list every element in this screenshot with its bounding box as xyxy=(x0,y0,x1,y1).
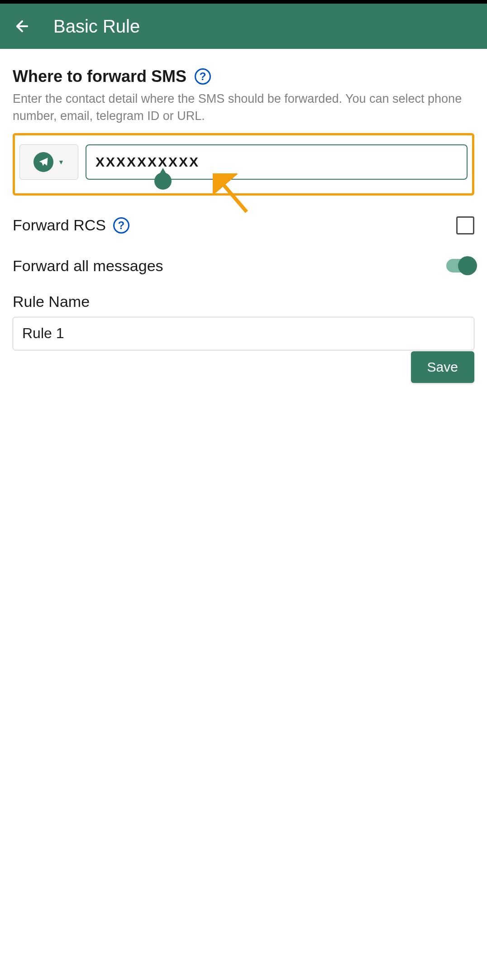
forward-rcs-row: Forward RCS ? xyxy=(13,216,474,234)
help-icon[interactable]: ? xyxy=(195,68,211,85)
back-button[interactable] xyxy=(14,18,31,35)
contact-input-highlight: ▼ xyxy=(13,133,474,196)
forward-title-text: Where to forward SMS xyxy=(13,67,186,86)
forward-section-title: Where to forward SMS ? xyxy=(13,67,474,86)
forward-all-row: Forward all messages xyxy=(13,257,474,275)
chevron-down-icon: ▼ xyxy=(58,158,64,166)
telegram-icon xyxy=(33,152,53,172)
contact-type-selector[interactable]: ▼ xyxy=(19,144,78,180)
status-bar xyxy=(0,0,487,4)
forward-rcs-checkbox[interactable] xyxy=(456,216,474,234)
forward-all-label: Forward all messages xyxy=(13,257,163,275)
forward-rcs-text: Forward RCS xyxy=(13,216,106,234)
save-button[interactable]: Save xyxy=(411,351,474,383)
help-icon[interactable]: ? xyxy=(113,217,129,234)
page-title: Basic Rule xyxy=(53,16,140,37)
rule-name-label: Rule Name xyxy=(13,293,474,311)
app-header: Basic Rule xyxy=(0,4,487,49)
rule-name-input[interactable] xyxy=(13,317,474,350)
forward-subtitle: Enter the contact detail where the SMS s… xyxy=(13,91,474,125)
contact-input[interactable] xyxy=(86,144,468,180)
toggle-knob xyxy=(458,256,477,275)
main-content: Where to forward SMS ? Enter the contact… xyxy=(0,49,487,368)
text-cursor-handle[interactable] xyxy=(154,172,172,190)
forward-rcs-label: Forward RCS ? xyxy=(13,216,129,234)
forward-all-toggle[interactable] xyxy=(446,259,474,272)
